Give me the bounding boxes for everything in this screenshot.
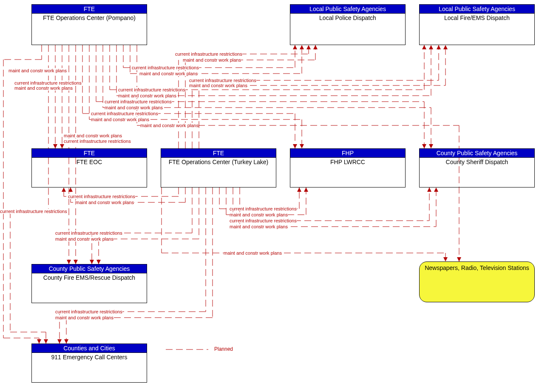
node-local-police[interactable]: Local Public Safety Agencies Local Polic… — [290, 4, 406, 45]
svg-marker-17 — [67, 260, 71, 264]
svg-marker-27 — [300, 144, 304, 148]
svg-marker-115 — [443, 257, 448, 261]
node-header: County Public Safety Agencies — [32, 264, 147, 273]
flow-label: current infrastructure restrictions — [68, 194, 135, 199]
node-911[interactable]: Counties and Cities 911 Emergency Call C… — [31, 344, 147, 383]
svg-marker-87 — [304, 187, 308, 192]
node-header: County Public Safety Agencies — [420, 149, 534, 158]
flow-label: current infrastructure restrictions — [14, 80, 82, 85]
flow-label: current infrastructure restrictions — [0, 209, 67, 214]
flow-label: maint and constr work plans — [118, 93, 176, 98]
node-body: Local Fire/EMS Dispatch — [420, 14, 534, 22]
node-media[interactable]: Newspapers, Radio, Television Stations — [419, 261, 535, 302]
svg-marker-43 — [429, 45, 433, 49]
node-fte-eoc[interactable]: FTE FTE EOC — [31, 148, 147, 187]
node-body: County Fire EMS/Rescue Dispatch — [32, 273, 147, 282]
svg-marker-19 — [74, 260, 78, 264]
svg-marker-95 — [434, 187, 438, 192]
node-body: FTE Operations Center (Turkey Lake) — [161, 158, 276, 166]
flow-label: current infrastructure restrictions — [64, 139, 131, 144]
flow-label: current infrastructure restrictions — [105, 99, 172, 104]
node-local-fire[interactable]: Local Public Safety Agencies Local Fire/… — [419, 4, 535, 45]
node-header: Counties and Cities — [32, 344, 147, 353]
node-body: Newspapers, Radio, Television Stations — [425, 264, 529, 271]
node-body: FTE EOC — [32, 158, 147, 166]
svg-marker-39 — [422, 45, 426, 49]
flow-label: maint and constr work plans — [105, 105, 163, 110]
flow-label: maint and constr work plans — [64, 133, 122, 138]
svg-marker-111 — [443, 45, 448, 49]
node-fhp-lwrcc[interactable]: FHP FHP LWRCC — [290, 148, 406, 187]
node-header: FTE — [32, 149, 147, 158]
svg-marker-67 — [90, 260, 94, 264]
node-county-fire[interactable]: County Public Safety Agencies County Fir… — [31, 264, 147, 303]
flow-label: maint and constr work plans — [189, 83, 247, 88]
svg-marker-15 — [60, 144, 64, 148]
node-header: FHP — [290, 149, 405, 158]
flow-label: current infrastructure restrictions — [91, 111, 158, 116]
flow-label: current infrastructure restrictions — [55, 230, 122, 236]
flow-label: maint and constr work plans — [76, 200, 134, 205]
node-header: FTE — [161, 149, 276, 158]
svg-marker-59 — [62, 187, 66, 192]
flow-label: maint and constr work plans — [230, 224, 288, 229]
svg-marker-107 — [437, 45, 441, 49]
node-body: County Sheriff Dispatch — [420, 158, 534, 166]
legend-label: Planned — [214, 347, 233, 352]
svg-marker-47 — [293, 45, 297, 49]
flow-label: current infrastructure restrictions — [175, 51, 242, 57]
flow-label: maint and constr work plans — [9, 68, 67, 73]
svg-marker-5 — [37, 339, 41, 344]
flow-label: maint and constr work plans — [55, 315, 113, 320]
flow-label: maint and constr work plans — [139, 71, 198, 76]
svg-marker-31 — [422, 144, 426, 148]
node-header: FTE — [32, 5, 147, 14]
svg-marker-63 — [68, 187, 73, 192]
node-body: 911 Emergency Call Centers — [32, 353, 147, 361]
flow-label: maint and constr work plans — [224, 250, 282, 256]
svg-marker-23 — [293, 144, 297, 148]
flow-label: current infrastructure restrictions — [230, 206, 297, 211]
flow-label: maint and constr work plans — [140, 123, 199, 128]
node-header: Local Public Safety Agencies — [290, 5, 405, 14]
flow-label: current infrastructure restrictions — [132, 65, 199, 70]
svg-marker-35 — [429, 144, 433, 148]
svg-marker-51 — [300, 45, 304, 49]
flow-label: current infrastructure restrictions — [230, 218, 297, 223]
node-body: FHP LWRCC — [290, 158, 405, 166]
node-turkey-lake[interactable]: FTE FTE Operations Center (Turkey Lake) — [161, 148, 276, 187]
node-header: Local Public Safety Agencies — [420, 5, 534, 14]
flow-label: maint and constr work plans — [183, 57, 241, 62]
flow-label: current infrastructure restrictions — [189, 78, 256, 83]
flow-label: maint and constr work plans — [230, 212, 288, 217]
svg-marker-71 — [96, 260, 101, 264]
svg-marker-91 — [427, 187, 431, 192]
node-body: Local Police Dispatch — [290, 14, 405, 22]
svg-marker-103 — [313, 45, 318, 49]
svg-marker-13 — [53, 144, 57, 148]
svg-marker-83 — [297, 187, 301, 192]
svg-marker-75 — [57, 339, 62, 344]
flow-label: current infrastructure restrictions — [55, 309, 122, 314]
svg-marker-11 — [44, 339, 48, 344]
node-body: FTE Operations Center (Pompano) — [32, 14, 147, 22]
svg-marker-99 — [306, 45, 311, 49]
svg-marker-79 — [64, 339, 68, 344]
svg-marker-55 — [457, 257, 461, 261]
diagram-canvas: FTE FTE Operations Center (Pompano) Loca… — [0, 0, 539, 392]
node-county-sheriff[interactable]: County Public Safety Agencies County She… — [419, 148, 535, 187]
flow-label: maint and constr work plans — [14, 85, 73, 91]
flow-label: maint and constr work plans — [55, 236, 113, 241]
flow-label: maint and constr work plans — [91, 117, 149, 122]
flow-label: current infrastructure restrictions — [118, 87, 185, 92]
node-fte-pompano[interactable]: FTE FTE Operations Center (Pompano) — [31, 4, 147, 45]
